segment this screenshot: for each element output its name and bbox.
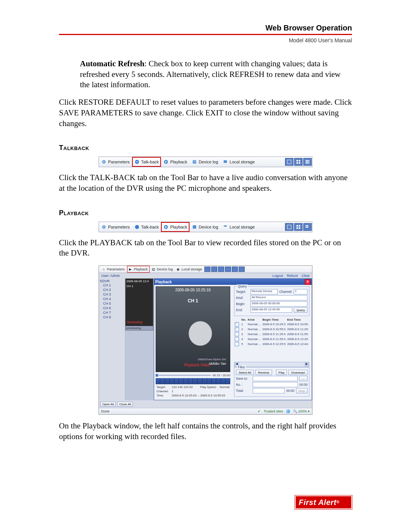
download-button[interactable]: Download	[288, 370, 307, 375]
tree-channel[interactable]: CH 5	[103, 301, 124, 306]
playback-screenshot: ☼Parameters ▶Playback ▤Device log ◉Local…	[99, 265, 312, 415]
playback-window-title: Playback ×	[154, 279, 312, 285]
svg-point-25	[135, 225, 139, 229]
log-icon	[192, 224, 197, 230]
no-input[interactable]	[253, 382, 298, 387]
gear-icon: ☼	[102, 267, 106, 271]
ctrl-btn[interactable]	[156, 378, 160, 384]
toolbar-parameters[interactable]: Parameters	[99, 157, 132, 167]
table-row[interactable]: 4Normal ...2009-8-5 11:55:42009-8-5 12:2…	[234, 337, 309, 342]
row-checkbox[interactable]	[235, 342, 239, 346]
channel-select[interactable]: 1	[294, 289, 307, 294]
mini-localstorage[interactable]: ◉Local storage	[175, 266, 204, 272]
svg-rect-31	[299, 225, 300, 227]
preview-thumb[interactable]: 2009-08-05 12:4 CH 1 Reviewing previewin…	[125, 278, 153, 331]
toolbar2-talkback[interactable]: Talk-back	[132, 222, 161, 232]
row-checkbox[interactable]	[235, 322, 239, 326]
status-done: Done	[101, 409, 110, 413]
open-all-button[interactable]: Open All	[100, 402, 116, 407]
tree-channel[interactable]: CH 1	[103, 283, 124, 288]
header-title: Web Browser Operation	[59, 24, 352, 32]
gear-icon	[101, 159, 107, 165]
table-row[interactable]: 5Normal ...2009-8-5 12:25:52009-8-5 12:4…	[234, 342, 309, 347]
row-checkbox[interactable]	[235, 327, 239, 331]
svg-rect-12	[296, 162, 298, 164]
close-icon[interactable]: ×	[305, 279, 311, 285]
user-label: User: Admin	[101, 274, 120, 278]
mini-playback[interactable]: ▶Playback	[127, 266, 150, 273]
zoom-level[interactable]: 🔍 100% ▾	[293, 409, 310, 413]
mini-layout-4[interactable]	[225, 267, 231, 272]
tree-channel[interactable]: CH 4	[103, 297, 124, 301]
log-icon	[192, 159, 197, 165]
svg-rect-16	[309, 160, 309, 161]
saveto-input[interactable]	[253, 376, 298, 381]
table-row[interactable]: 2Normal ...2009-8-5 10:55:32009-8-5 11:2…	[234, 327, 309, 332]
toolbar2-devicelog[interactable]: Device log	[190, 222, 220, 232]
browse-button[interactable]: …	[299, 376, 307, 381]
toolbar2-parameters[interactable]: Parameters	[99, 222, 132, 232]
play-button[interactable]: Play	[276, 370, 287, 375]
kind-select[interactable]: All Record	[250, 295, 307, 300]
logout-link[interactable]: Logout	[272, 274, 283, 278]
layout-4-button[interactable]	[294, 223, 303, 231]
layout-4-button[interactable]	[294, 158, 303, 166]
svg-rect-18	[307, 161, 308, 163]
target-select[interactable]: Remote Device	[250, 289, 278, 294]
tree-channel[interactable]: CH 3	[103, 292, 124, 297]
reverse-button[interactable]: Reverse	[255, 370, 272, 375]
row-checkbox[interactable]	[235, 337, 239, 341]
select-all-button[interactable]: Select All	[236, 370, 254, 375]
toolbar-localstorage-item[interactable]: Local storage	[220, 157, 257, 167]
row-checkbox[interactable]	[235, 332, 239, 336]
end-input[interactable]: 2009-08-05 12:45:55	[250, 307, 292, 313]
table-row[interactable]: 1Normal ...2009-8-5 10:25:32009-8-5 10:5…	[234, 322, 309, 327]
header-rule	[59, 34, 352, 35]
tree-channel[interactable]: CH 6	[103, 306, 124, 310]
total-input[interactable]	[253, 388, 285, 393]
tree-channel[interactable]: CH 2	[103, 288, 124, 292]
layout-1-button[interactable]	[285, 223, 293, 231]
section-playback: Playback	[59, 209, 352, 217]
toolbar-localstorage-label: Local storage	[229, 160, 255, 164]
table-row[interactable]: 3Normal ...2009-8-5 11:25:42009-8-5 11:5…	[234, 332, 309, 337]
results-table[interactable]: No. Kind Begin Time End Time 1Normal ...…	[234, 318, 309, 347]
disk-icon: ◉	[177, 267, 180, 271]
mini-layout-5[interactable]	[232, 267, 238, 272]
transport-controls[interactable]	[156, 378, 230, 384]
svg-rect-20	[306, 163, 307, 164]
mini-layout-1[interactable]	[204, 267, 210, 272]
query-button[interactable]: Query	[294, 307, 307, 313]
reboot-link[interactable]: Reboot	[287, 274, 298, 278]
close-all-button[interactable]: Close All	[117, 402, 133, 407]
toolbar-playback: Parameters Talk-back Playback Device log…	[99, 222, 312, 232]
toolbar-talkback-item[interactable]: Talk-back	[132, 157, 161, 167]
seek-track[interactable]	[156, 375, 211, 376]
channel-tree[interactable]: EDVR CH 1CH 2CH 3CH 4CH 5CH 6CH 7CH 8	[99, 278, 125, 400]
stop-button[interactable]: Stop	[296, 388, 307, 393]
tree-channel[interactable]: CH 8	[103, 315, 124, 320]
layout-9-button[interactable]	[303, 223, 312, 231]
svg-rect-13	[299, 162, 300, 164]
toolbar2-playback[interactable]: Playback	[161, 222, 190, 232]
toolbar-devicelog-item[interactable]: Device log	[190, 157, 220, 167]
layout-1-button[interactable]	[285, 158, 293, 166]
mini-devicelog[interactable]: ▤Device log	[150, 266, 174, 272]
mini-layout-6[interactable]	[239, 267, 245, 272]
svg-rect-33	[299, 227, 300, 229]
mini-layout-2[interactable]	[211, 267, 217, 272]
para-playback: Click the PLAYBACK tab on the Tool Bar t…	[59, 238, 352, 259]
mini-parameters[interactable]: ☼Parameters	[100, 266, 126, 272]
tree-channel[interactable]: CH 7	[103, 310, 124, 315]
tree-root[interactable]: EDVR	[100, 279, 124, 283]
clear-link[interactable]: Clear	[301, 274, 310, 278]
toolbar-playback-item[interactable]: Playback	[161, 157, 190, 167]
mini-layout-3[interactable]	[218, 267, 224, 272]
layout-9-button[interactable]	[303, 158, 312, 166]
svg-rect-36	[306, 227, 307, 228]
video-area[interactable]: 2009-08-05 10:25:18 CH 1 SlideShow Alpha…	[156, 286, 230, 372]
toolbar2-localstorage[interactable]: Local storage	[220, 222, 257, 232]
video-sig1: SlideShow Alpha Set	[198, 358, 226, 361]
begin-input[interactable]: 2009-08-05 00:00:00	[250, 301, 307, 307]
seek-bar[interactable]: 00:15 / 30:00	[156, 373, 230, 377]
